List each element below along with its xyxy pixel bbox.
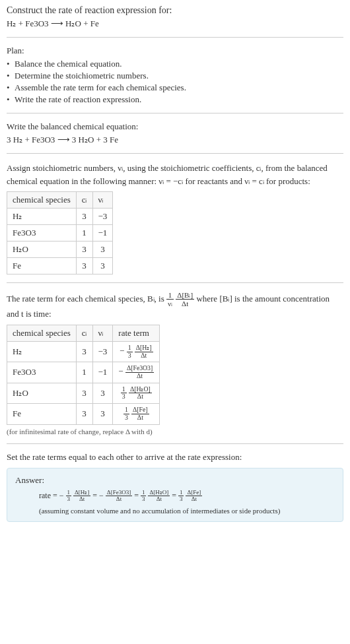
table-header-row: chemical species cᵢ νᵢ rate term bbox=[7, 325, 160, 341]
numerator: Δ[H₂] bbox=[135, 344, 153, 352]
fraction: Δ[H₂] Δt bbox=[73, 490, 90, 503]
nu-cell: 3 bbox=[92, 404, 113, 424]
rate-term-paragraph: The rate term for each chemical species,… bbox=[7, 291, 343, 321]
plan-list: Balance the chemical equation. Determine… bbox=[7, 59, 343, 105]
col-header: chemical species bbox=[7, 192, 77, 209]
list-item: Balance the chemical equation. bbox=[7, 59, 343, 69]
table-row: Fe 3 3 1 3 Δ[Fe] Δt bbox=[7, 404, 160, 424]
denominator: 3 bbox=[121, 393, 127, 401]
page-title: Construct the rate of reaction expressio… bbox=[7, 5, 343, 16]
nu-cell: 3 bbox=[92, 242, 113, 258]
species-cell: Fe3O3 bbox=[7, 225, 77, 242]
fraction: 1 νᵢ bbox=[166, 291, 174, 307]
species-cell: H₂ bbox=[7, 341, 77, 362]
stoich-paragraph: Assign stoichiometric numbers, νᵢ, using… bbox=[7, 162, 343, 187]
para-text: The rate term for each chemical species,… bbox=[7, 294, 166, 304]
divider bbox=[7, 282, 343, 283]
fraction: Δ[Bᵢ] Δt bbox=[176, 291, 194, 307]
c-cell: 3 bbox=[76, 383, 92, 403]
rate-term-note: (for infinitesimal rate of change, repla… bbox=[7, 428, 343, 435]
denominator: 3 bbox=[178, 496, 184, 503]
nu-cell: −1 bbox=[92, 362, 113, 383]
denominator: 3 bbox=[141, 496, 147, 503]
fraction: Δ[Fe3O3] Δt bbox=[106, 490, 132, 503]
fraction: 1 3 bbox=[141, 490, 147, 503]
plan-section: Plan: Balance the chemical equation. Det… bbox=[7, 46, 343, 105]
divider bbox=[7, 153, 343, 154]
sign: − bbox=[118, 366, 123, 376]
fraction: Δ[H₂O] Δt bbox=[148, 490, 170, 503]
nu-cell: 3 bbox=[92, 258, 113, 274]
denominator: Δt bbox=[186, 496, 202, 503]
balanced-label: Write the balanced chemical equation: bbox=[7, 121, 343, 132]
table-row: Fe3O3 1 −1 bbox=[7, 225, 113, 242]
fraction: 1 3 bbox=[127, 344, 133, 359]
rate-prefix: rate = − bbox=[39, 491, 64, 500]
sign: − bbox=[120, 346, 124, 356]
denominator: Δt bbox=[131, 414, 149, 422]
final-label: Set the rate terms equal to each other t… bbox=[7, 452, 343, 463]
col-header: νᵢ bbox=[92, 192, 113, 209]
balanced-equation: 3 H₂ + Fe3O3 ⟶ 3 H₂O + 3 Fe bbox=[7, 135, 343, 145]
answer-note: (assuming constant volume and no accumul… bbox=[15, 507, 335, 515]
stoich-section: Assign stoichiometric numbers, νᵢ, using… bbox=[7, 162, 343, 274]
species-cell: H₂ bbox=[7, 209, 77, 225]
separator: = bbox=[172, 491, 178, 500]
nu-cell: 3 bbox=[92, 383, 113, 403]
plan-label: Plan: bbox=[7, 46, 343, 56]
nu-cell: −3 bbox=[92, 209, 113, 225]
fraction: Δ[H₂] Δt bbox=[135, 344, 153, 359]
denominator: 3 bbox=[127, 352, 133, 360]
denominator: Δt bbox=[73, 496, 90, 503]
c-cell: 1 bbox=[76, 225, 92, 242]
denominator: Δt bbox=[129, 393, 152, 401]
list-item: Determine the stoichiometric numbers. bbox=[7, 71, 343, 81]
table-header-row: chemical species cᵢ νᵢ bbox=[7, 192, 113, 209]
list-item: Assemble the rate term for each chemical… bbox=[7, 82, 343, 93]
numerator: Δ[Bᵢ] bbox=[176, 291, 194, 300]
species-cell: Fe bbox=[7, 258, 77, 274]
unbalanced-equation: H₂ + Fe3O3 ⟶ H₂O + Fe bbox=[7, 18, 343, 29]
answer-box: Answer: rate = − 1 3 Δ[H₂] Δt = − Δ[Fe3O… bbox=[7, 468, 343, 523]
c-cell: 1 bbox=[76, 362, 92, 383]
rate-term-section: The rate term for each chemical species,… bbox=[7, 291, 343, 435]
stoich-table: chemical species cᵢ νᵢ H₂ 3 −3 Fe3O3 1 −… bbox=[7, 191, 113, 274]
table-row: H₂ 3 −3 − 1 3 Δ[H₂] Δt bbox=[7, 341, 160, 362]
c-cell: 3 bbox=[76, 404, 92, 424]
numerator: 1 bbox=[166, 291, 174, 300]
col-header: cᵢ bbox=[76, 192, 92, 209]
answer-expression: rate = − 1 3 Δ[H₂] Δt = − Δ[Fe3O3] Δt = … bbox=[15, 490, 335, 503]
col-header: rate term bbox=[113, 325, 160, 341]
denominator: 3 bbox=[123, 414, 129, 422]
col-header: chemical species bbox=[7, 325, 77, 341]
rate-term-cell: 1 3 Δ[H₂O] Δt bbox=[113, 383, 160, 403]
separator: = − bbox=[92, 491, 104, 500]
denominator: Δt bbox=[106, 496, 132, 503]
col-header: cᵢ bbox=[76, 325, 92, 341]
fraction: Δ[Fe] Δt bbox=[131, 406, 149, 421]
header-section: Construct the rate of reaction expressio… bbox=[7, 5, 343, 29]
c-cell: 3 bbox=[76, 258, 92, 274]
separator: = bbox=[134, 491, 141, 500]
c-cell: 3 bbox=[76, 242, 92, 258]
col-header: νᵢ bbox=[92, 325, 113, 341]
rate-term-cell: − Δ[Fe3O3] Δt bbox=[113, 362, 160, 383]
rate-term-table: chemical species cᵢ νᵢ rate term H₂ 3 −3… bbox=[7, 325, 160, 425]
fraction: 1 3 bbox=[121, 386, 127, 401]
species-cell: Fe bbox=[7, 404, 77, 424]
rate-term-cell: 1 3 Δ[Fe] Δt bbox=[113, 404, 160, 424]
denominator: Δt bbox=[135, 352, 153, 360]
fraction: 1 3 bbox=[123, 406, 129, 421]
fraction: Δ[Fe3O3] Δt bbox=[125, 365, 154, 379]
table-row: Fe 3 3 bbox=[7, 258, 113, 274]
rate-term-cell: − 1 3 Δ[H₂] Δt bbox=[113, 341, 160, 362]
table-row: H₂O 3 3 1 3 Δ[H₂O] Δt bbox=[7, 383, 160, 403]
final-section: Set the rate terms equal to each other t… bbox=[7, 452, 343, 523]
species-cell: H₂O bbox=[7, 242, 77, 258]
species-cell: Fe3O3 bbox=[7, 362, 77, 383]
species-cell: H₂O bbox=[7, 383, 77, 403]
table-row: H₂ 3 −3 bbox=[7, 209, 113, 225]
answer-label: Answer: bbox=[15, 475, 335, 486]
table-row: Fe3O3 1 −1 − Δ[Fe3O3] Δt bbox=[7, 362, 160, 383]
table-row: H₂O 3 3 bbox=[7, 242, 113, 258]
